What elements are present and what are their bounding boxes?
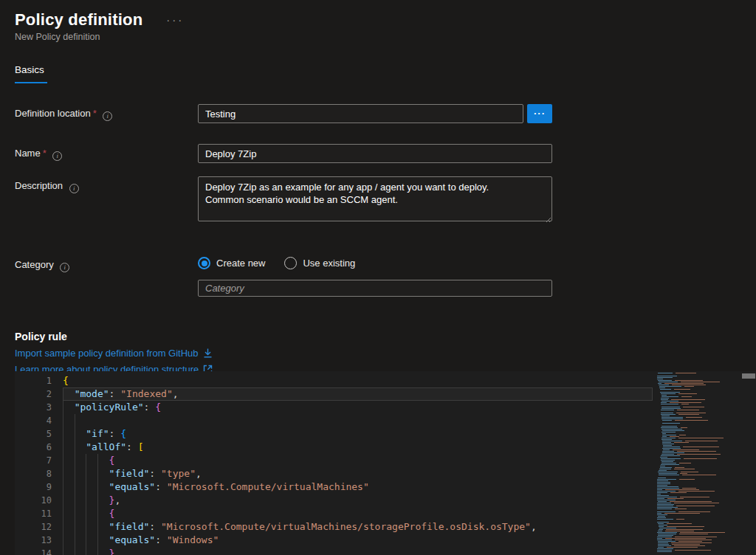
name-input[interactable] xyxy=(198,144,552,163)
radio-selected-icon[interactable] xyxy=(198,257,210,269)
definition-location-row: Definition location* i ··· xyxy=(15,104,756,123)
category-row: Category i Create new Use existing xyxy=(15,255,756,297)
page-subtitle: New Policy definition xyxy=(15,32,756,42)
definition-location-input[interactable] xyxy=(198,104,523,123)
radio-use-existing[interactable]: Use existing xyxy=(284,257,355,269)
scrollbar-thumb[interactable] xyxy=(742,373,755,379)
policy-rule-code-editor[interactable]: 1{2"mode": "Indexed",3"policyRule": {45"… xyxy=(15,371,756,555)
required-asterisk: * xyxy=(43,148,47,159)
policy-rule-heading: Policy rule xyxy=(15,331,756,342)
description-textarea[interactable]: Deploy 7Zip as an example for any app / … xyxy=(198,176,552,221)
required-asterisk: * xyxy=(93,108,97,119)
description-row: Description i Deploy 7Zip as an example … xyxy=(15,176,756,224)
browse-scope-button[interactable]: ··· xyxy=(527,104,552,123)
page-header: Policy definition ··· New Policy definit… xyxy=(0,0,756,42)
radio-unselected-icon[interactable] xyxy=(284,257,297,269)
name-label: Name* i xyxy=(15,144,198,163)
category-radio-group: Create new Use existing xyxy=(198,255,552,269)
context-menu-icon[interactable]: ··· xyxy=(162,13,188,27)
info-icon: i xyxy=(103,111,112,121)
code-lines[interactable]: 1{2"mode": "Indexed",3"policyRule": {45"… xyxy=(15,371,756,555)
page-title: Policy definition xyxy=(15,10,142,30)
category-input[interactable] xyxy=(198,280,552,297)
info-icon: i xyxy=(60,263,69,272)
info-icon: i xyxy=(52,151,62,161)
import-sample-link[interactable]: Import sample policy definition from Git… xyxy=(15,348,756,359)
category-label: Category i xyxy=(15,255,198,297)
definition-location-label: Definition location* i xyxy=(15,104,198,123)
policy-definition-page: Policy definition ··· New Policy definit… xyxy=(0,0,756,555)
basics-form: Definition location* i ··· Name* i Descr… xyxy=(15,104,756,297)
description-label: Description i xyxy=(15,176,198,224)
tab-bar: Basics xyxy=(15,64,756,83)
download-icon xyxy=(203,348,213,358)
info-icon: i xyxy=(69,184,79,193)
name-row: Name* i xyxy=(15,144,756,163)
policy-rule-section: Policy rule Import sample policy definit… xyxy=(15,331,756,375)
editor-minimap[interactable] xyxy=(653,373,741,554)
radio-create-new[interactable]: Create new xyxy=(198,257,265,269)
tab-basics[interactable]: Basics xyxy=(15,64,47,83)
editor-scrollbar[interactable] xyxy=(741,371,756,555)
